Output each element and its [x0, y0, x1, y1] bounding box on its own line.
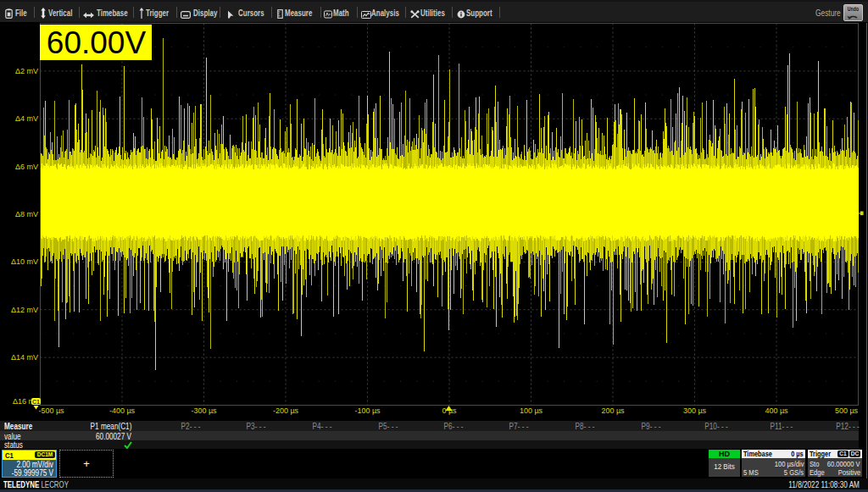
svg-text:-500 µs: -500 µs: [38, 406, 64, 415]
svg-text:-400 µs: -400 µs: [109, 406, 136, 415]
svg-text:-200 µs: -200 µs: [273, 406, 299, 415]
svg-text:-300 µs: -300 µs: [191, 406, 217, 415]
svg-text:Δ6 mV: Δ6 mV: [15, 163, 38, 171]
svg-text:-100 µs: -100 µs: [354, 406, 381, 415]
svg-text:Δ12 mV: Δ12 mV: [11, 306, 38, 314]
svg-text:60.00V: 60.00V: [47, 25, 147, 60]
svg-text:Δ8 mV: Δ8 mV: [15, 210, 38, 218]
svg-text:400 µs: 400 µs: [765, 406, 788, 415]
svg-text:Δ2 mV: Δ2 mV: [15, 67, 38, 75]
svg-text:200 µs: 200 µs: [601, 406, 625, 415]
svg-text:100 µs: 100 µs: [520, 406, 543, 415]
svg-text:Δ4 mV: Δ4 mV: [15, 114, 38, 123]
svg-text:Δ10 mV: Δ10 mV: [11, 257, 38, 266]
svg-text:300 µs: 300 µs: [683, 406, 707, 415]
svg-text:Δ14 mV: Δ14 mV: [11, 353, 38, 362]
svg-text:C1: C1: [32, 399, 40, 405]
svg-text:500 µs: 500 µs: [835, 406, 859, 415]
